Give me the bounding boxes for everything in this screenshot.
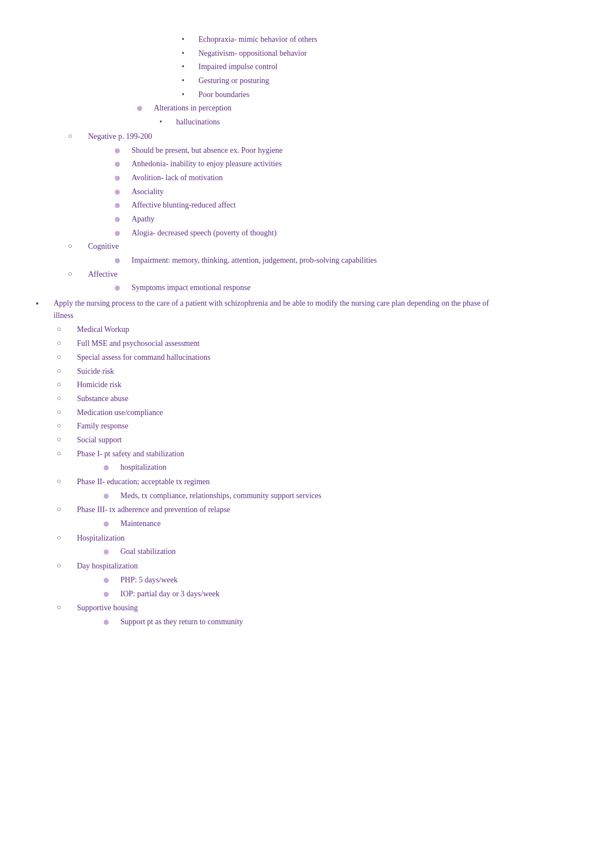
supportive-housing-item: Supportive housing [67, 602, 559, 614]
list-item: Goal stabilization [111, 546, 559, 558]
list-item: Social support [67, 434, 559, 446]
list-block-disorganized: Echopraxia- mimic behavior of others Neg… [33, 33, 559, 100]
list-item: Impaired impulse control [190, 61, 559, 73]
list-item: Meds, tx compliance, relationships, comm… [111, 490, 559, 502]
hospitalization-item: Hospitalization [67, 532, 559, 544]
list-item: Should be present, but absence ex. Poor … [123, 144, 559, 157]
list-item: Avolition- lack of motivation [123, 172, 559, 184]
supportive-sub-block: Support pt as they return to community [67, 616, 559, 628]
negative-items-block: Should be present, but absence ex. Poor … [78, 144, 559, 239]
list-item: Asociality [123, 186, 559, 198]
phase1-item: Phase I- pt safety and stabilization [67, 448, 559, 460]
list-item: Homicide risk [67, 379, 559, 391]
list-item: Special assess for command hallucination… [67, 351, 559, 364]
cognitive-heading: Cognitive [78, 240, 559, 253]
list-item: Substance abuse [67, 393, 559, 405]
list-item: Symptoms impact emotional response [123, 282, 559, 294]
main-bullet-text: Apply the nursing process to the care of… [45, 297, 502, 321]
list-item: hospitalization [111, 461, 559, 474]
list-item: Medical Workup [67, 324, 559, 336]
phase2-item: Phase II- education; acceptable tx regim… [67, 476, 559, 488]
negative-heading: Negative p. 199-200 [78, 131, 559, 143]
list-item: Echopraxia- mimic behavior of others [190, 33, 559, 46]
list-item: Gesturing or posturing [190, 75, 559, 87]
phase3-item: Phase III- tx adherence and prevention o… [67, 504, 559, 516]
list-item: Medication use/compliance [67, 407, 559, 419]
list-item: Suicide risk [67, 365, 559, 378]
list-item: PHP: 5 days/week [111, 574, 559, 586]
list-item: hallucinations [167, 116, 559, 128]
page-content: Echopraxia- mimic behavior of others Neg… [33, 22, 559, 628]
list-item: Poor boundaries [190, 89, 559, 101]
affective-block: Affective Symptoms impact emotional resp… [33, 268, 559, 294]
phase3-sub-block: Maintenance [67, 518, 559, 530]
list-item: Affective blunting-reduced affect [123, 199, 559, 211]
cognitive-block: Cognitive Impairment: memory, thinking, … [33, 240, 559, 266]
list-item: Alterations in perception [145, 102, 559, 114]
list-item: Family response [67, 420, 559, 432]
list-item: Support pt as they return to community [111, 616, 559, 628]
affective-heading: Affective [78, 268, 559, 281]
list-item: Maintenance [111, 518, 559, 530]
main-nursing-bullet: Apply the nursing process to the care of… [33, 297, 559, 628]
phase1-sub-block: hospitalization [67, 461, 559, 474]
day-hospitalization-item: Day hospitalization [67, 560, 559, 572]
hospitalization-sub-block: Goal stabilization [67, 546, 559, 558]
hallucinations-block: hallucinations [145, 116, 559, 128]
day-hosp-sub-block: PHP: 5 days/week IOP: partial day or 3 d… [67, 574, 559, 600]
list-item: Full MSE and psychosocial assessment [67, 337, 559, 350]
phase2-sub-block: Meds, tx compliance, relationships, comm… [67, 490, 559, 502]
list-item: Negativism- oppositional behavior [190, 47, 559, 60]
nursing-items-block: Medical Workup Full MSE and psychosocial… [45, 324, 559, 628]
affective-detail-block: Symptoms impact emotional response [78, 282, 559, 294]
cognitive-detail-block: Impairment: memory, thinking, attention,… [78, 254, 559, 267]
list-item: Alogia- decreased speech (poverty of tho… [123, 227, 559, 239]
alterations-block: Alterations in perception hallucinations [33, 102, 559, 128]
list-item: Apathy [123, 213, 559, 225]
list-item: Anhedonia- inability to enjoy pleasure a… [123, 158, 559, 170]
list-item: Impairment: memory, thinking, attention,… [123, 254, 457, 267]
list-item: IOP: partial day or 3 days/week [111, 588, 559, 600]
negative-block: Negative p. 199-200 Should be present, b… [33, 131, 559, 239]
